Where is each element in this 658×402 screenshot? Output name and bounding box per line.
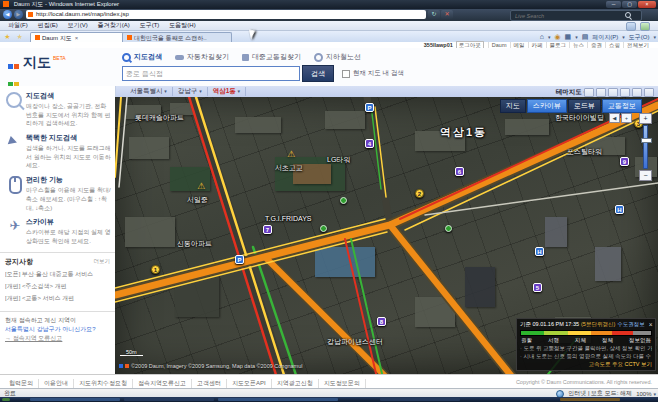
legend-note: 도로 위 교통정보 구간을 클릭하면, 상세 정보 확인 가능	[520, 345, 652, 352]
taskbar-item[interactable]	[124, 398, 214, 401]
map-marker-num[interactable]: 8	[377, 317, 386, 326]
map-marker-num[interactable]: 9	[620, 157, 629, 166]
map-marker-warn[interactable]: ⚠	[197, 181, 205, 191]
menu-item[interactable]: 도움말(H)	[164, 21, 200, 30]
service-nav-search[interactable]: 지도검색	[122, 52, 162, 62]
favorites-star-icon[interactable]: ★	[2, 32, 13, 41]
map-zoom-in-button[interactable]: +	[621, 113, 632, 123]
logo-text: 지도	[23, 55, 51, 69]
zoom-out-button[interactable]: −	[639, 170, 652, 181]
notice-item[interactable]: [개편] <주소검색> 개편	[5, 282, 110, 291]
service-nav-subway[interactable]: 지하철노선	[314, 52, 361, 62]
taskbar-item[interactable]	[380, 398, 460, 401]
map-marker-green[interactable]	[320, 225, 327, 232]
taskbar-item[interactable]	[30, 398, 120, 401]
tools-menu[interactable]: 도구(O)	[629, 32, 650, 42]
map-marker-park[interactable]: P	[235, 255, 244, 264]
notice-item[interactable]: [개편] <교통> 서비스 개편	[5, 294, 110, 303]
traffic-mode-button[interactable]: 교통정보	[602, 99, 642, 113]
cctv-link[interactable]: 고속도로 주요 CCTV 보기	[520, 361, 652, 368]
menu-item[interactable]: 보기(V)	[63, 21, 93, 30]
maximize-button[interactable]: ▢	[622, 1, 637, 8]
map-marker-warn[interactable]: ⚠	[287, 149, 295, 159]
breadcrumb-gu[interactable]: 강남구 ▾	[173, 87, 208, 96]
roadview-mode-button[interactable]: 로드뷰	[568, 99, 601, 113]
region-report-link[interactable]: → 접속지역 오류신고	[5, 334, 110, 343]
menu-item[interactable]: 파일(F)	[3, 21, 33, 30]
map-toolbar-icon[interactable]	[620, 88, 630, 97]
browser-zoom-control[interactable]: 100% ▾	[636, 391, 656, 397]
footer-link[interactable]: 접속지역오류신고	[133, 379, 192, 388]
taskbar-item[interactable]	[218, 398, 338, 401]
map-marker-num[interactable]: 5	[533, 283, 542, 292]
map-marker-hosp[interactable]: H	[535, 247, 544, 256]
map-collapse-button[interactable]: ◀	[609, 113, 620, 123]
footer-link[interactable]: 지도오픈API	[227, 379, 272, 388]
notice-more-link[interactable]: 더보기	[94, 258, 111, 265]
start-button[interactable]	[2, 398, 10, 401]
zoom-slider-handle[interactable]	[641, 138, 652, 143]
tab-close-icon[interactable]: ×	[75, 35, 79, 41]
breadcrumb-dong[interactable]: 역삼1동 ▾	[208, 87, 246, 96]
search-button[interactable]: 검색	[302, 65, 334, 82]
map-toolbar-icon[interactable]	[608, 88, 618, 97]
zoom-in-button[interactable]: +	[639, 113, 652, 124]
map-marker-hosp[interactable]: H	[615, 205, 624, 214]
forward-button[interactable]: ▶	[14, 10, 23, 19]
menu-item[interactable]: 즐겨찾기(A)	[93, 21, 135, 30]
live-search-box[interactable]	[510, 10, 642, 21]
footer-link[interactable]: 지도위치수정요청	[74, 379, 133, 388]
footer-link[interactable]: 지도정보문의	[319, 379, 366, 388]
map-mode-button[interactable]: 지도	[500, 99, 526, 113]
add-favorite-icon[interactable]: ★	[14, 32, 25, 41]
map-marker-num[interactable]: 7	[263, 225, 272, 234]
map-marker-green[interactable]	[445, 225, 452, 232]
footer-link[interactable]: 이용안내	[39, 379, 74, 388]
map-bounds-checkbox[interactable]	[342, 70, 350, 78]
map-marker-num[interactable]: 4	[365, 139, 374, 148]
map-marker-sub[interactable]: 1	[151, 265, 160, 274]
legend-close-icon[interactable]: ×	[649, 321, 653, 328]
map-marker-num[interactable]: 6	[455, 167, 464, 176]
close-button[interactable]: ×	[638, 1, 656, 8]
taskbar-item[interactable]	[560, 398, 620, 401]
home-icon[interactable]: ⌂	[540, 32, 544, 42]
footer-link[interactable]: 협력문의	[4, 379, 39, 388]
stop-button[interactable]: ✕	[441, 10, 453, 19]
skyview-mode-button[interactable]: 스카이뷰	[527, 99, 567, 113]
back-button[interactable]: ◀	[3, 10, 12, 19]
map-marker-park[interactable]: P	[365, 103, 374, 112]
search-icon[interactable]	[625, 12, 631, 18]
traffic-gradient-bar[interactable]	[520, 330, 652, 336]
page-menu[interactable]: 페이지(P)	[592, 32, 618, 42]
refresh-button[interactable]: ↻	[428, 10, 440, 19]
map-marker-sub[interactable]: 2	[415, 189, 424, 198]
live-search-input[interactable]	[513, 11, 622, 20]
address-field[interactable]: http://local.daum.net/map/index.jsp	[26, 10, 426, 19]
notice-item[interactable]: [오픈] 부산·울산 대중교통 서비스	[5, 270, 110, 279]
legend-region-link[interactable]: 수도권정보	[617, 321, 645, 328]
map-marker-green[interactable]	[340, 197, 347, 204]
map-label: 한국타이어빌딩	[555, 113, 604, 123]
map-toolbar-icon[interactable]	[596, 88, 606, 97]
windows-taskbar[interactable]	[0, 397, 658, 402]
zoom-slider[interactable]	[643, 125, 648, 169]
print-icon[interactable]: ▦	[565, 32, 572, 42]
map-search-input[interactable]	[122, 66, 300, 81]
map-toolbar-icon[interactable]	[584, 88, 594, 97]
breadcrumb-sido[interactable]: 서울특별시 ▾	[125, 87, 173, 96]
quick-tabs-icon[interactable]	[626, 22, 636, 31]
map-toolbar-icon[interactable]	[632, 88, 642, 97]
map-toolbar-icon[interactable]	[644, 88, 654, 97]
service-nav-bus[interactable]: 대중교통길찾기	[242, 52, 301, 62]
suggested-sites-icon[interactable]	[640, 22, 650, 31]
service-nav-car[interactable]: 자동차길찾기	[175, 52, 229, 62]
menu-item[interactable]: 편집(E)	[33, 21, 63, 30]
minimize-button[interactable]: ─	[606, 1, 621, 8]
theme-map-menu[interactable]: 테마지도 ▾	[556, 86, 586, 97]
map-canvas[interactable]: 역삼1동롯데캐슬아파트서초고교서일중LG타워한국타이어빌딩포스틸타워T.G.I.…	[115, 97, 658, 374]
menu-item[interactable]: 도구(T)	[135, 21, 165, 30]
feeds-icon[interactable]: ◉	[554, 32, 560, 42]
footer-link[interactable]: 지역광고신청	[272, 379, 319, 388]
footer-link[interactable]: 고객센터	[192, 379, 227, 388]
